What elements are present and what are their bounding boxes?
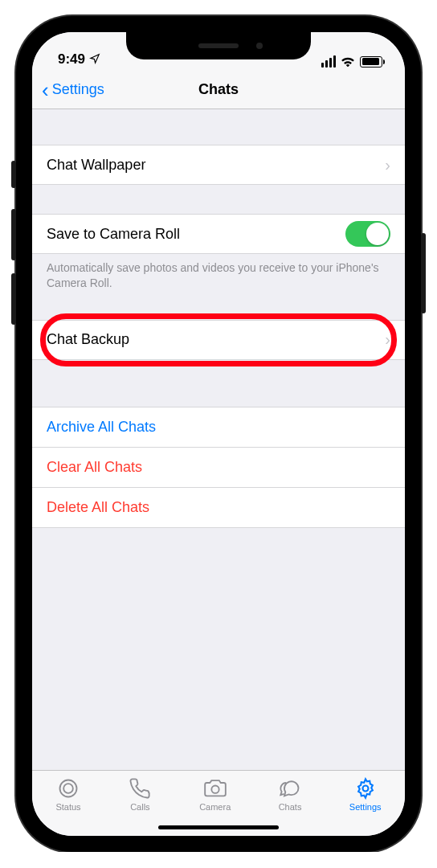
tab-status[interactable]: Status — [55, 777, 80, 812]
row-label: Archive All Chats — [47, 419, 156, 436]
save-camera-roll-row[interactable]: Save to Camera Roll — [32, 214, 405, 254]
chat-backup-row[interactable]: Chat Backup › — [32, 320, 405, 360]
camera-icon — [203, 777, 227, 800]
nav-bar: ‹ Settings Chats — [32, 71, 405, 109]
svg-point-2 — [211, 786, 218, 793]
chevron-right-icon: › — [385, 156, 390, 174]
status-left: 9:49 — [58, 51, 100, 68]
location-icon — [89, 53, 100, 67]
tab-camera[interactable]: Camera — [199, 777, 231, 812]
row-label: Delete All Chats — [47, 499, 149, 516]
content[interactable]: Chat Wallpaper › Save to Camera Roll Aut… — [32, 109, 405, 770]
delete-all-row[interactable]: Delete All Chats — [32, 488, 405, 528]
chat-wallpaper-row[interactable]: Chat Wallpaper › — [32, 145, 405, 185]
page-title: Chats — [198, 81, 239, 98]
side-button — [11, 161, 16, 188]
svg-point-1 — [63, 784, 73, 793]
tab-label: Status — [55, 802, 80, 812]
tab-settings[interactable]: Settings — [349, 777, 382, 812]
archive-all-row[interactable]: Archive All Chats — [32, 407, 405, 448]
row-label: Chat Backup — [47, 331, 129, 348]
group-actions: Archive All Chats Clear All Chats Delete… — [32, 407, 405, 528]
power-button — [421, 233, 426, 313]
screen: 9:49 ‹ Settings Chats — [32, 32, 405, 836]
tab-chats[interactable]: Chats — [278, 777, 302, 812]
group-backup: Chat Backup › — [32, 320, 405, 360]
row-label: Clear All Chats — [47, 459, 142, 476]
group-wallpaper: Chat Wallpaper › — [32, 145, 405, 185]
home-indicator[interactable] — [158, 825, 279, 829]
gear-icon — [353, 777, 378, 800]
chevron-right-icon: › — [385, 330, 390, 349]
tab-label: Settings — [349, 802, 382, 812]
volume-down-button — [11, 273, 16, 325]
notch — [126, 32, 311, 59]
row-label: Chat Wallpaper — [47, 157, 145, 174]
chats-icon — [278, 777, 302, 800]
phone-frame: 9:49 ‹ Settings Chats — [16, 16, 421, 852]
svg-point-3 — [362, 786, 368, 792]
status-time: 9:49 — [58, 51, 85, 68]
status-icon — [56, 777, 80, 800]
camera-roll-footer: Automatically save photos and videos you… — [32, 254, 405, 291]
tab-label: Camera — [199, 802, 231, 812]
phone-icon — [128, 777, 152, 800]
clear-all-row[interactable]: Clear All Chats — [32, 448, 405, 488]
status-right — [321, 55, 382, 68]
speaker — [198, 43, 239, 48]
tab-label: Calls — [130, 802, 149, 812]
row-label: Save to Camera Roll — [47, 226, 180, 243]
wifi-icon — [341, 56, 355, 68]
chevron-left-icon: ‹ — [42, 80, 49, 100]
camera-roll-toggle[interactable] — [345, 221, 390, 247]
tab-label: Chats — [279, 802, 302, 812]
volume-up-button — [11, 209, 16, 260]
battery-icon — [360, 56, 382, 68]
tab-calls[interactable]: Calls — [128, 777, 152, 812]
group-camera-roll: Save to Camera Roll Automatically save p… — [32, 214, 405, 291]
svg-point-0 — [59, 780, 76, 797]
camera-dot — [256, 43, 263, 49]
back-button[interactable]: ‹ Settings — [42, 80, 104, 100]
cellular-icon — [321, 55, 336, 68]
back-label: Settings — [52, 81, 104, 98]
